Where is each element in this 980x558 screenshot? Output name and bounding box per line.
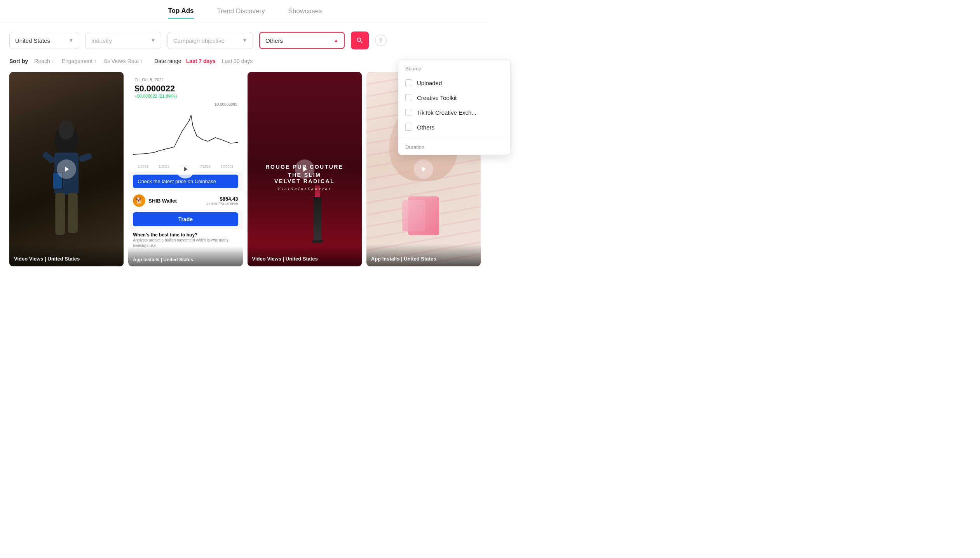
help-icon: ? [379,37,382,44]
crypto-price: $0.000022 [134,84,236,94]
sort-reach-arrow-icon: ↓ [52,58,54,64]
dropdown-item-creative-toolkit[interactable]: Creative Toolkit [398,90,490,105]
dropdown-item-uploaded[interactable]: Uploaded [398,75,490,90]
svg-rect-4 [78,152,93,163]
help-button[interactable]: ? [375,35,387,46]
sort-engagement[interactable]: Engagement ↓ [62,58,96,64]
play-icon-3 [300,165,309,173]
card4-footer-label: App Installs | United States [366,244,481,266]
chart-max-label: $0.00003880 [214,102,237,107]
play-icon-2 [181,165,189,173]
svg-point-1 [59,120,74,140]
search-button[interactable] [351,31,369,49]
dropdown-label-others: Others [417,124,434,131]
sort-views-rate[interactable]: 6s Views Rate ↓ [104,58,143,64]
sort-engagement-label: Engagement [62,58,92,64]
ysl-line3: VELVET RADICAL [265,178,343,184]
crypto-date: Fri, Oct 8, 2021 [134,77,236,82]
sort-reach[interactable]: Reach ↓ [34,58,54,64]
dropdown-item-tiktok-creative[interactable]: TikTok Creative Exch... [398,105,490,120]
checkbox-creative-toolkit[interactable] [405,94,412,101]
shib-icon: 🐕 [133,194,145,207]
card1-footer-label: Video Views | United States [9,244,124,266]
others-filter[interactable]: Others ▲ [259,32,345,49]
card3-footer-label: Video Views | United States [248,244,362,266]
filters-row: United States ▼ Industry ▼ Campaign obje… [0,23,490,55]
sort-engagement-arrow-icon: ↓ [94,58,96,64]
date-last-7-days[interactable]: Last 7 days [186,58,216,64]
play-icon-1 [62,165,71,173]
industry-filter-label: Industry [91,37,112,44]
dropdown-label-tiktok-creative: TikTok Creative Exch... [417,109,476,116]
coinbase-box-text: Check the latest price on Coinbase [138,178,216,184]
crypto-chart [133,108,238,163]
date-range-label: Date range [154,58,181,64]
search-icon [356,37,364,44]
industry-filter[interactable]: Industry ▼ [85,32,161,49]
card2-bottom-title: When's the best time to buy? [133,232,238,238]
campaign-chevron-icon: ▼ [242,38,247,43]
svg-rect-3 [42,151,56,164]
play-button-1[interactable] [57,159,76,179]
campaign-filter-label: Campaign objective [173,37,225,44]
country-chevron-icon: ▼ [69,38,73,43]
nav-showcases[interactable]: Showcases [288,7,322,18]
shib-row: 🐕 SHIB Wallet $854.43 29 595 774,16 SHIB [128,191,242,210]
sort-views-rate-arrow-icon: ↓ [140,58,143,64]
trade-button[interactable]: Trade [133,212,238,226]
dropdown-divider [398,138,490,138]
play-icon-4 [419,165,428,173]
dropdown-duration-label: Duration [398,141,490,152]
sort-views-rate-label: 6s Views Rate [104,58,139,64]
ad-card-1[interactable]: Video Views | United States [9,72,124,266]
card2-footer-label: App Installs | United States [128,246,242,266]
svg-rect-6 [68,193,78,233]
nav-top-ads[interactable]: Top Ads [168,7,194,19]
shib-usd: $854.43 [206,196,238,202]
card1-figure [15,91,118,266]
date-last-30-days[interactable]: Last 30 days [222,58,253,64]
top-navigation: Top Ads Trend Discovery Showcases [0,0,490,23]
dropdown-label-creative-toolkit: Creative Toolkit [417,94,457,101]
svg-rect-5 [55,193,65,235]
checkbox-tiktok-creative[interactable] [405,109,412,116]
ysl-brand: 𝒀𝒗𝒆𝒔𝑺𝒂𝒊𝒏𝒕𝑳𝒂𝒖𝒓𝒆𝒏𝒕 [265,187,343,191]
crypto-header: Fri, Oct 8, 2021 $0.000022 +$0.000022 (2… [128,72,242,101]
play-button-3[interactable] [295,159,314,179]
sort-reach-label: Reach [34,58,50,64]
country-filter[interactable]: United States ▼ [9,32,79,49]
ad-card-3[interactable]: ROUGE PUR COUTURE THE SLIM VELVET RADICA… [248,72,362,266]
country-filter-label: United States [15,37,50,44]
nav-trend-discovery[interactable]: Trend Discovery [217,7,265,18]
others-filter-label: Others [265,37,283,44]
dropdown-source-title: Source [398,66,490,75]
others-dropdown-panel: Source Uploaded Creative Toolkit TikTok … [398,59,490,155]
others-chevron-icon: ▲ [334,38,338,43]
crypto-change: +$0.000022 (21.8M%) [134,94,236,98]
play-button-4[interactable] [414,159,433,179]
shib-name: SHIB Wallet [148,198,176,204]
ad-card-2[interactable]: Fri, Oct 8, 2021 $0.000022 +$0.000022 (2… [128,72,242,266]
dropdown-item-others[interactable]: Others [398,120,490,135]
checkbox-others[interactable] [405,124,412,131]
industry-chevron-icon: ▼ [151,38,155,43]
checkbox-uploaded[interactable] [405,79,412,86]
play-button-2[interactable] [176,160,195,178]
campaign-filter[interactable]: Campaign objective ▼ [167,32,253,49]
sort-by-label: Sort by [9,58,28,64]
shib-qty: 29 595 774,16 SHIB [206,202,238,206]
dropdown-label-uploaded: Uploaded [417,80,442,86]
